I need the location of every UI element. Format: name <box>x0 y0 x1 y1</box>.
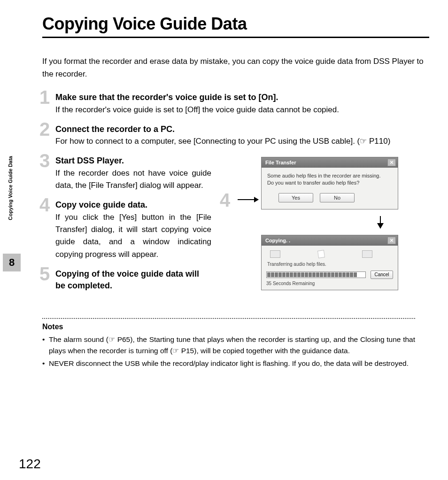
side-label: Copying Voice Guide Data <box>8 156 13 220</box>
step-number: 4 <box>39 195 50 214</box>
file-transfer-dialog: File Transfer × Some audio help files in… <box>261 157 398 209</box>
step-title: Make sure that the recorder's voice guid… <box>55 92 429 103</box>
step-4: 4 Copy voice guide data. If you click th… <box>42 199 211 261</box>
arrow-right-icon <box>238 199 258 200</box>
step-body: If you click the [Yes] button in the [Fi… <box>55 211 211 261</box>
step-number: 3 <box>39 151 50 170</box>
step-number: 1 <box>39 88 50 107</box>
step-3: 3 Start DSS Player. If the recorder does… <box>42 155 211 192</box>
document-icon <box>317 250 325 258</box>
yes-button[interactable]: Yes <box>278 193 313 202</box>
step-title: Connect the recorder to a PC. <box>55 124 429 135</box>
step-body: If the recorder does not have voice guid… <box>55 167 211 192</box>
step-2: 2 Connect the recorder to a PC. For how … <box>42 124 429 148</box>
dialog-title: Copying. . <box>265 238 290 243</box>
step-body: For how to connect to a computer, see [C… <box>55 135 429 147</box>
dialog-title: File Transfer <box>265 160 296 165</box>
copying-dialog: Copying. . × Transferring audio help fil… <box>261 235 398 290</box>
step-body: If the recorder's voice guide is set to … <box>55 104 429 116</box>
step-5: 5 Copying of the voice guide data will b… <box>42 268 211 292</box>
step-title: Copying of the voice guide data will be … <box>55 268 211 292</box>
dialog-message-line: Some audio help files in the recorder ar… <box>267 172 392 179</box>
close-icon[interactable]: × <box>387 237 396 244</box>
arrow-down-icon <box>332 216 429 230</box>
folder-icon <box>270 250 280 258</box>
separator <box>42 318 415 319</box>
page-number: 122 <box>19 457 41 472</box>
figure-step-marker: 4 <box>220 190 230 211</box>
progress-bar <box>266 271 366 278</box>
chapter-tab: 8 <box>3 254 21 271</box>
step-number: 2 <box>39 120 50 139</box>
step-title: Start DSS Player. <box>55 155 211 167</box>
dialog-message-line: Do you want to transfer audio help files… <box>267 179 392 186</box>
notes-heading: Notes <box>42 323 415 331</box>
close-icon[interactable]: × <box>387 159 396 166</box>
step-number: 5 <box>39 264 50 283</box>
time-remaining-text: 35 Seconds Remaining <box>266 281 393 286</box>
copy-status-text: Transferring audio help files. <box>267 262 393 267</box>
page-title: Copying Voice Guide Data <box>42 14 429 38</box>
no-button[interactable]: No <box>320 193 355 202</box>
folder-icon <box>362 250 372 258</box>
intro-text: If you format the recorder and erase dat… <box>42 55 429 80</box>
step-title: Copy voice guide data. <box>55 199 211 211</box>
cancel-button[interactable]: Cancel <box>371 271 393 279</box>
step-1: 1 Make sure that the recorder's voice gu… <box>42 92 429 116</box>
note-item: NEVER disconnect the USB while the recor… <box>42 358 415 369</box>
note-item: The alarm sound (☞ P65), the Starting tu… <box>42 334 415 356</box>
